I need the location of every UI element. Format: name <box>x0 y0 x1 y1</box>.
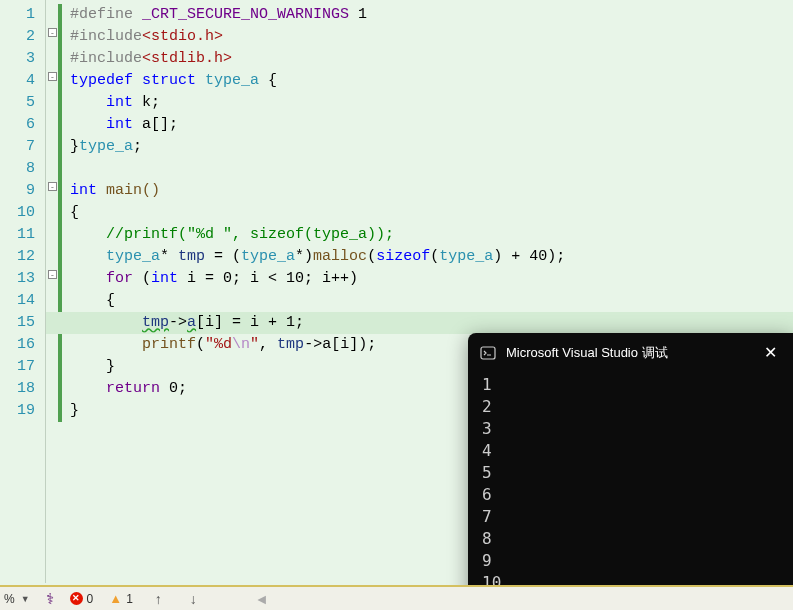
line-number: 3 <box>0 48 45 70</box>
code-text: i = 0; i < 10; i++) <box>178 270 358 287</box>
console-line: 2 <box>482 396 779 418</box>
identifier: tmp <box>178 248 205 265</box>
console-line: 6 <box>482 484 779 506</box>
keyword: int <box>106 94 133 111</box>
macro-name: _CRT_SECURE_NO_WARNINGS <box>142 6 349 23</box>
close-icon[interactable]: ✕ <box>760 343 781 362</box>
indent <box>70 314 142 331</box>
line-number: 14 <box>0 290 45 312</box>
brace: } <box>70 138 79 155</box>
error-icon: ✕ <box>70 592 83 605</box>
paren: ( <box>367 248 376 265</box>
line-number: 18 <box>0 378 45 400</box>
include-header: <stdio.h> <box>142 28 223 45</box>
comment: //printf("%d ", sizeof(type_a)); <box>106 226 394 243</box>
include-header: <stdlib.h> <box>142 50 232 67</box>
function-name: main() <box>97 182 160 199</box>
line-number: 5 <box>0 92 45 114</box>
comma: , <box>259 336 277 353</box>
keyword: sizeof <box>376 248 430 265</box>
operator: * <box>160 248 178 265</box>
paren: ( <box>430 248 439 265</box>
type-name: type_a <box>79 138 133 155</box>
keyword: typedef <box>70 72 133 89</box>
console-line: 1 <box>482 374 779 396</box>
indent <box>70 94 106 111</box>
code-text: ) + 40); <box>493 248 565 265</box>
preprocessor: #include <box>70 28 142 45</box>
zoom-dropdown[interactable]: % ▼ <box>0 592 38 606</box>
indent <box>70 270 106 287</box>
function-call: printf <box>142 336 196 353</box>
console-line: 3 <box>482 418 779 440</box>
code-text: [i] = i + 1; <box>196 314 304 331</box>
operator: -> <box>169 314 187 331</box>
identifier: tmp <box>277 336 304 353</box>
errors-indicator[interactable]: ✕ 0 <box>62 592 102 606</box>
warnings-count: 1 <box>126 592 133 606</box>
macro-value: 1 <box>358 6 367 23</box>
keyword: int <box>151 270 178 287</box>
line-number: 17 <box>0 356 45 378</box>
line-number: 10 <box>0 202 45 224</box>
brace: { <box>70 204 79 221</box>
brace: } <box>70 402 79 419</box>
console-line: 4 <box>482 440 779 462</box>
zoom-label: % <box>4 592 15 606</box>
line-number: 11 <box>0 224 45 246</box>
string-literal: "%d <box>205 336 232 353</box>
paren: ( <box>196 336 205 353</box>
health-indicator[interactable]: ⚕ <box>38 590 62 608</box>
console-titlebar[interactable]: Microsoft Visual Studio 调试 ✕ <box>468 333 793 370</box>
current-line[interactable]: tmp->a[i] = i + 1; <box>46 312 793 334</box>
line-number: 9 <box>0 180 45 202</box>
variable: a[]; <box>133 116 178 133</box>
line-number: 13 <box>0 268 45 290</box>
console-line: 8 <box>482 528 779 550</box>
arrow-down-icon: ↓ <box>184 591 203 607</box>
type-name: type_a <box>205 72 259 89</box>
brace: { <box>259 72 277 89</box>
health-icon: ⚕ <box>46 590 54 608</box>
preprocessor: #include <box>70 50 142 67</box>
operator: -> <box>304 336 322 353</box>
arrow-left-icon: ◄ <box>249 591 275 607</box>
variable: k; <box>133 94 160 111</box>
paren: ( <box>133 270 151 287</box>
operator: = ( <box>205 248 241 265</box>
warnings-indicator[interactable]: ▲ 1 <box>101 591 141 606</box>
indent <box>70 116 106 133</box>
code-text: a[i]); <box>322 336 376 353</box>
nav-up-button[interactable]: ↑ <box>141 591 176 607</box>
keyword: int <box>106 116 133 133</box>
line-number: 1 <box>0 4 45 26</box>
function-call: malloc <box>313 248 367 265</box>
line-number: 2 <box>0 26 45 48</box>
console-line: 7 <box>482 506 779 528</box>
indent <box>70 226 106 243</box>
keyword: for <box>106 270 133 287</box>
console-output[interactable]: 1 2 3 4 5 6 7 8 9 10 <box>468 370 793 598</box>
debug-console[interactable]: Microsoft Visual Studio 调试 ✕ 1 2 3 4 5 6… <box>468 333 793 610</box>
nav-down-button[interactable]: ↓ <box>176 591 211 607</box>
gutter: 1 2 3 4 5 6 7 8 9 10 11 12 13 14 15 16 1… <box>0 0 46 583</box>
arrow-up-icon: ↑ <box>149 591 168 607</box>
line-number: 16 <box>0 334 45 356</box>
keyword: int <box>70 182 97 199</box>
operator: *) <box>295 248 313 265</box>
terminal-icon <box>480 345 496 361</box>
line-number: 12 <box>0 246 45 268</box>
keyword: struct <box>142 72 196 89</box>
preprocessor: #define <box>70 6 133 23</box>
line-number: 6 <box>0 114 45 136</box>
line-number: 4 <box>0 70 45 92</box>
console-line: 9 <box>482 550 779 572</box>
scroll-left-button[interactable]: ◄ <box>241 591 283 607</box>
line-number: 7 <box>0 136 45 158</box>
identifier: a <box>187 314 196 331</box>
code-text: 0; <box>160 380 187 397</box>
indent <box>70 336 142 353</box>
line-number: 19 <box>0 400 45 422</box>
type-name: type_a <box>241 248 295 265</box>
escape-char: \n <box>232 336 250 353</box>
